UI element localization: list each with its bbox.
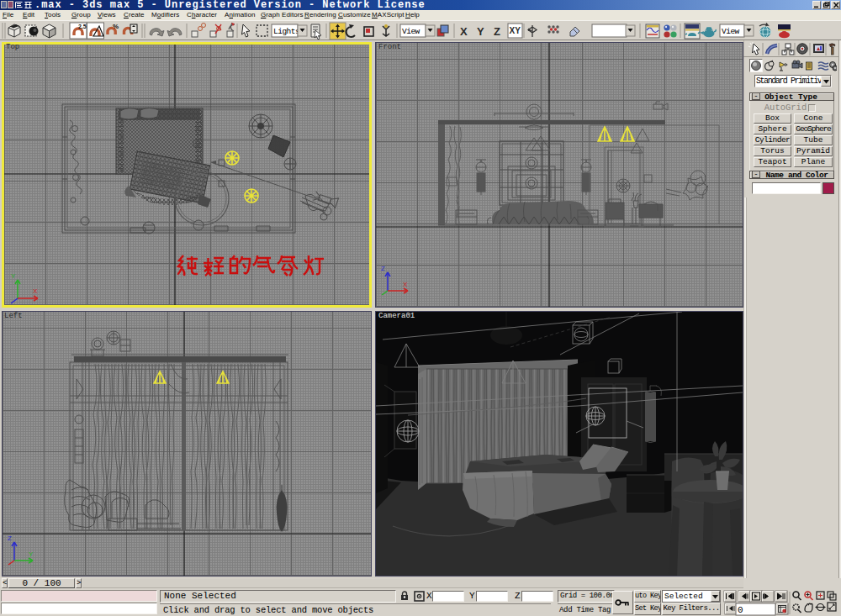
svg-text:Z: Z	[8, 534, 12, 542]
svg-text:XY: XY	[510, 26, 521, 35]
svg-text:Y: Y	[477, 25, 484, 38]
svg-text:%: %	[113, 23, 119, 30]
svg-text:View: View	[402, 27, 420, 36]
svg-text:Lights: Lights	[273, 27, 299, 36]
svg-text:X: X	[33, 287, 38, 295]
svg-text:X: X	[403, 281, 408, 288]
svg-text:2.5: 2.5	[78, 24, 87, 29]
svg-text:Y: Y	[11, 272, 16, 280]
svg-text:Y: Y	[29, 550, 34, 558]
svg-text:X: X	[460, 25, 468, 38]
svg-text:0: 0	[738, 605, 743, 615]
svg-text:View: View	[722, 27, 740, 36]
svg-text:Z: Z	[494, 25, 500, 38]
svg-text:Z: Z	[381, 265, 385, 272]
